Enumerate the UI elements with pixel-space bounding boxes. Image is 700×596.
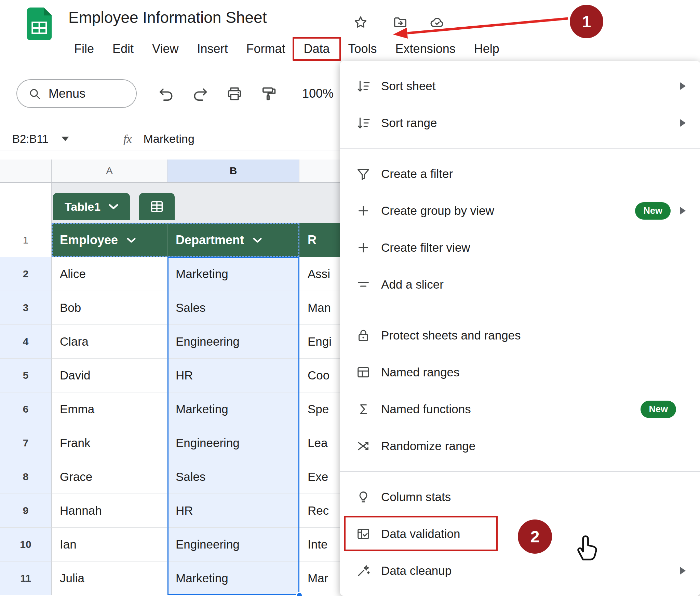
document-title[interactable]: Employee Information Sheet [68, 8, 267, 27]
table-cell[interactable]: Marketing [167, 257, 299, 291]
table-cell[interactable]: Sales [167, 460, 299, 494]
zoom-control[interactable]: 100% [302, 86, 334, 101]
table-cell[interactable]: Marketing [167, 392, 299, 426]
row-header-6[interactable]: 6 [0, 392, 52, 426]
table-name-chip[interactable]: Table1 [53, 193, 130, 220]
formula-bar-divider [113, 132, 113, 146]
column-header-b[interactable]: B [167, 160, 299, 182]
row-header-11[interactable]: 11 [0, 562, 52, 595]
menu-section: Column statsData validation2Data cleanup [340, 472, 700, 596]
name-box-range: B2:B11 [12, 133, 49, 145]
plus-icon [355, 240, 371, 255]
menu-item-protect-sheets-and-ranges[interactable]: Protect sheets and ranges [340, 317, 700, 354]
submenu-arrow-icon [680, 207, 686, 214]
menu-item-data-validation[interactable]: Data validation2 [340, 515, 700, 552]
table-cell[interactable]: HR [167, 494, 299, 528]
row-header-8[interactable]: 8 [0, 460, 52, 494]
filter-icon [355, 166, 371, 182]
menubar-item-insert[interactable]: Insert [188, 40, 237, 58]
table-header-cell-employee[interactable]: Employee [52, 223, 167, 257]
sort-icon [355, 78, 371, 94]
slicer-icon [355, 277, 371, 292]
menubar-item-extensions[interactable]: Extensions [386, 40, 465, 58]
table-cell[interactable]: Bob [52, 291, 167, 325]
menubar-item-label: Edit [112, 42, 134, 56]
row-header-2[interactable]: 2 [0, 257, 52, 291]
table-cell[interactable]: HR [167, 359, 299, 392]
menu-item-randomize-range[interactable]: Randomize range [340, 428, 700, 465]
menu-item-create-a-filter[interactable]: Create a filter [340, 155, 700, 192]
menu-item-create-filter-view[interactable]: Create filter view [340, 229, 700, 266]
paint-format-button[interactable] [260, 85, 278, 102]
table-cell[interactable]: Frank [52, 426, 167, 460]
menu-item-label: Protect sheets and ranges [381, 329, 686, 342]
annotation-step-1-badge: 1 [570, 5, 603, 38]
menu-item-label: Create a filter [381, 167, 686, 181]
table-cell[interactable]: David [52, 359, 167, 392]
menu-item-column-stats[interactable]: Column stats [340, 479, 700, 515]
formula-input[interactable]: Marketing [144, 132, 194, 145]
menu-item-sort-range[interactable]: Sort range [340, 105, 700, 141]
row-header-9[interactable]: 9 [0, 494, 52, 528]
formula-bar: B2:B11 fx Marketing [0, 127, 340, 151]
name-box-caret-icon[interactable] [62, 137, 69, 141]
new-badge: New [635, 202, 671, 220]
menubar-item-edit[interactable]: Edit [103, 40, 143, 58]
row-header-1[interactable]: 1 [0, 223, 52, 257]
name-box[interactable]: B2:B11 [0, 133, 113, 145]
table-cell[interactable]: Marketing [167, 562, 299, 595]
menu-item-add-a-slicer[interactable]: Add a slicer [340, 266, 700, 303]
row-header-7[interactable]: 7 [0, 426, 52, 460]
table-cell[interactable]: Clara [52, 325, 167, 359]
menus-search-pill[interactable]: Menus [16, 79, 137, 108]
menu-item-named-ranges[interactable]: Named ranges [340, 354, 700, 391]
chevron-down-icon[interactable] [127, 238, 136, 243]
menu-item-named-functions[interactable]: Named functionsNew [340, 391, 700, 428]
table-cell[interactable]: Julia [52, 562, 167, 595]
table-cell[interactable]: Ian [52, 528, 167, 562]
sigma-icon [355, 401, 371, 417]
sort-icon [355, 115, 371, 131]
menu-item-sort-sheet[interactable]: Sort sheet [340, 68, 700, 105]
table-cell[interactable]: Grace [52, 460, 167, 494]
table-cell[interactable]: Engineering [167, 528, 299, 562]
menus-label: Menus [49, 86, 85, 101]
menubar-item-help[interactable]: Help [465, 40, 509, 58]
column-header-a[interactable]: A [52, 160, 167, 182]
row-header-4[interactable]: 4 [0, 325, 52, 359]
chip-band-corner [0, 183, 52, 223]
undo-button[interactable] [157, 85, 175, 102]
toolbar: Menus 100% [16, 78, 334, 109]
star-icon[interactable] [353, 14, 368, 30]
menu-item-create-group-by-view[interactable]: Create group by viewNew [340, 192, 700, 229]
menu-item-label: Column stats [381, 490, 686, 504]
menubar-item-data[interactable]: Data [295, 40, 339, 58]
menubar-item-label: Help [474, 42, 499, 56]
print-button[interactable] [226, 85, 243, 102]
menubar-item-file[interactable]: File [65, 40, 103, 58]
move-to-folder-icon[interactable] [392, 14, 408, 30]
table-header-cell-department[interactable]: Department [167, 223, 299, 257]
table-cell[interactable]: Engineering [167, 426, 299, 460]
table-grid-icon [149, 199, 165, 214]
table-cell[interactable]: Emma [52, 392, 167, 426]
table-menu-chip[interactable] [139, 193, 175, 220]
data-cleanup-icon [355, 563, 371, 579]
table-cell[interactable]: Sales [167, 291, 299, 325]
menu-item-label: Data cleanup [381, 564, 680, 578]
menu-section: Sort sheetSort range [340, 61, 700, 148]
redo-button[interactable] [191, 85, 209, 102]
table-cell[interactable]: Hannah [52, 494, 167, 528]
menu-item-data-cleanup[interactable]: Data cleanup [340, 552, 700, 589]
menubar-item-tools[interactable]: Tools [339, 40, 386, 58]
chevron-down-icon[interactable] [253, 238, 262, 243]
row-header-10[interactable]: 10 [0, 528, 52, 562]
header-label: Employee [60, 233, 118, 247]
grid-corner[interactable] [0, 160, 52, 182]
menubar-item-format[interactable]: Format [237, 40, 295, 58]
row-header-5[interactable]: 5 [0, 359, 52, 392]
row-header-3[interactable]: 3 [0, 291, 52, 325]
menubar-item-view[interactable]: View [143, 40, 188, 58]
table-cell[interactable]: Engineering [167, 325, 299, 359]
table-cell[interactable]: Alice [52, 257, 167, 291]
